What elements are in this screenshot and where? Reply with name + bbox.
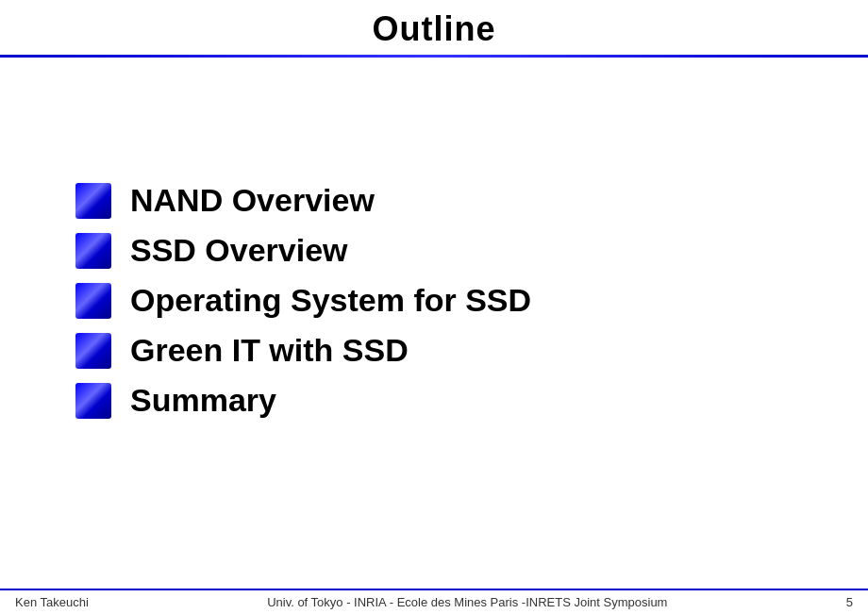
slide-container: Outline NAND Overview SSD Overview Opera… [0,0,868,614]
bullet-item-os-ssd: Operating System for SSD [75,282,868,319]
footer: Ken Takeuchi Univ. of Tokyo - INRIA - Ec… [0,589,868,614]
bullet-icon-green [75,333,111,369]
slide-title: Outline [373,9,496,48]
bullet-text-summary: Summary [130,382,276,419]
header-section: Outline [0,0,868,55]
bullet-icon-ssd [75,233,111,269]
bullet-icon-os [75,283,111,319]
bullet-item-summary: Summary [75,382,868,419]
bullet-text-os: Operating System for SSD [130,282,531,319]
bullet-item-ssd-overview: SSD Overview [75,232,868,269]
bullet-item-nand-overview: NAND Overview [75,182,868,219]
bullet-text-ssd: SSD Overview [130,232,348,269]
content-section: NAND Overview SSD Overview Operating Sys… [0,58,868,589]
footer-page: 5 [846,595,853,609]
bullet-text-green: Green IT with SSD [130,332,409,369]
bullet-text-nand: NAND Overview [130,182,375,219]
footer-author: Ken Takeuchi [15,595,89,609]
bullet-item-green-it: Green IT with SSD [75,332,868,369]
footer-institution: Univ. of Tokyo - INRIA - Ecole des Mines… [267,595,667,609]
bullet-icon-nand [75,183,111,219]
bullet-icon-summary [75,383,111,419]
